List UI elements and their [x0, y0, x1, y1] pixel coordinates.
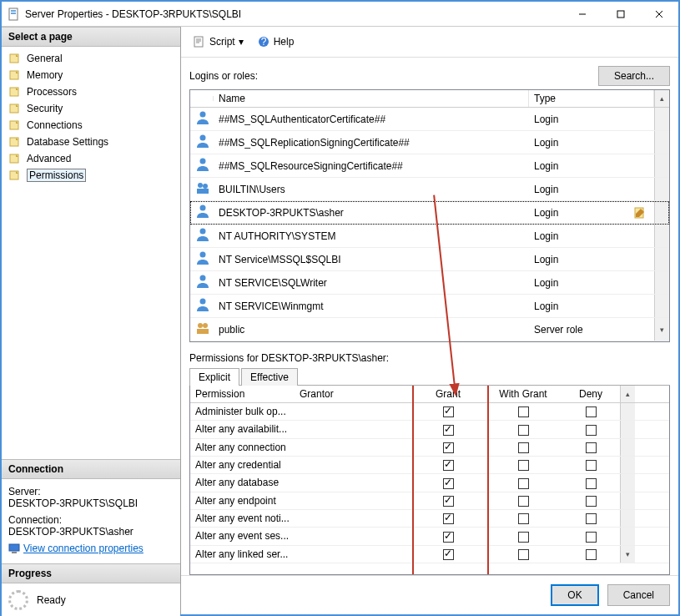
login-row[interactable]: DESKTOP-3RPUKTS\asherLogin [190, 201, 669, 225]
page-icon [8, 52, 22, 65]
login-row[interactable]: publicServer role▾ [190, 318, 669, 341]
tab-effective[interactable]: Effective [241, 368, 298, 386]
checkbox[interactable] [443, 478, 454, 489]
checkbox[interactable] [443, 532, 454, 543]
permission-row[interactable]: Alter any endpoint [190, 492, 669, 510]
logins-grid: Name Type ▴ ##MS_SQLAuthenticatorCertifi… [189, 89, 670, 342]
checkbox[interactable] [586, 425, 597, 436]
chevron-down-icon: ▾ [239, 36, 244, 48]
checkbox[interactable] [443, 549, 454, 560]
login-name: DESKTOP-3RPUKTS\asher [214, 204, 529, 221]
logins-header-type[interactable]: Type [529, 90, 654, 107]
dialog-footer: OK Cancel [181, 575, 678, 614]
permission-row[interactable]: Alter any linked ser...▾ [190, 546, 669, 563]
svg-rect-2 [11, 13, 16, 14]
checkbox[interactable] [443, 496, 454, 507]
checkbox[interactable] [586, 442, 597, 453]
perm-header-permission[interactable]: Permission [190, 386, 295, 402]
view-connection-properties-link[interactable]: View connection properties [8, 543, 144, 554]
login-row[interactable]: BUILTIN\UsersLogin [190, 178, 669, 201]
svg-point-20 [200, 112, 206, 118]
svg-point-29 [200, 252, 206, 258]
logins-header-name[interactable]: Name [214, 90, 529, 107]
permission-name: Alter any database [190, 474, 295, 491]
svg-point-26 [200, 205, 206, 211]
checkbox[interactable] [518, 532, 529, 543]
perm-header-deny[interactable]: Deny [562, 386, 620, 402]
page-item-memory[interactable]: Memory [2, 67, 180, 83]
svg-point-32 [198, 323, 203, 328]
permission-grant-cell [411, 474, 485, 491]
checkbox[interactable] [586, 478, 597, 489]
checkbox[interactable] [586, 460, 597, 471]
scroll-down-icon[interactable]: ▾ [620, 546, 635, 563]
cancel-button[interactable]: Cancel [607, 584, 670, 606]
login-row[interactable]: NT SERVICE\SQLWriterLogin [190, 271, 669, 295]
page-item-label: Database Settings [27, 136, 108, 148]
permission-row[interactable]: Alter any event noti... [190, 510, 669, 528]
maximize-button[interactable] [602, 2, 640, 27]
checkbox[interactable] [586, 513, 597, 524]
login-icon [190, 154, 214, 177]
permission-row[interactable]: Alter any connection [190, 439, 669, 457]
page-item-advanced[interactable]: Advanced [2, 150, 180, 167]
permission-row[interactable]: Alter any database [190, 474, 669, 492]
page-item-security[interactable]: Security [2, 100, 180, 117]
permission-row[interactable]: Alter any credential [190, 457, 669, 474]
checkbox[interactable] [518, 425, 529, 436]
help-button[interactable]: ? Help [254, 33, 298, 50]
login-type: Login [529, 181, 654, 198]
login-row[interactable]: ##MS_SQLResourceSigningCertificate##Logi… [190, 154, 669, 178]
permission-withgrant-cell [485, 457, 562, 473]
checkbox[interactable] [518, 460, 529, 471]
perm-header-with-grant[interactable]: With Grant [485, 386, 562, 402]
permission-row[interactable]: Alter any event ses... [190, 528, 669, 545]
permission-grant-cell [411, 528, 485, 544]
login-type: Login [529, 298, 654, 315]
login-row[interactable]: ##MS_SQLReplicationSigningCertificate##L… [190, 131, 669, 154]
minimize-button[interactable] [563, 2, 602, 27]
perm-header-grant[interactable]: Grant [411, 386, 485, 402]
page-item-general[interactable]: General [2, 50, 180, 67]
checkbox[interactable] [518, 406, 529, 417]
login-icon [190, 178, 214, 200]
page-item-processors[interactable]: Processors [2, 83, 180, 100]
checkbox[interactable] [518, 442, 529, 453]
login-row[interactable]: NT Service\MSSQL$SQLBILogin [190, 248, 669, 271]
checkbox[interactable] [443, 425, 454, 436]
scroll-up-icon[interactable]: ▴ [620, 386, 635, 402]
login-row[interactable]: ##MS_SQLAuthenticatorCertificate##Login [190, 108, 669, 131]
checkbox[interactable] [518, 478, 529, 489]
checkbox[interactable] [586, 549, 597, 560]
svg-rect-1 [11, 10, 16, 12]
close-button[interactable] [640, 2, 678, 27]
ok-button[interactable]: OK [551, 584, 598, 606]
script-button[interactable]: Script ▾ [189, 33, 247, 50]
perm-header-grantor[interactable]: Grantor [295, 386, 411, 402]
checkbox[interactable] [586, 496, 597, 507]
permissions-for-label: Permissions for DESKTOP-3RPUKTS\asher: [189, 352, 670, 364]
permission-row[interactable]: Alter any availabilit... [190, 421, 669, 438]
checkbox[interactable] [443, 442, 454, 453]
page-item-permissions[interactable]: Permissions [2, 167, 180, 184]
checkbox[interactable] [443, 513, 454, 524]
login-row[interactable]: NT SERVICE\WinmgmtLogin [190, 295, 669, 318]
scroll-down-icon[interactable]: ▾ [654, 318, 669, 341]
checkbox[interactable] [518, 513, 529, 524]
search-button[interactable]: Search... [598, 66, 670, 86]
page-item-database-settings[interactable]: Database Settings [2, 134, 180, 150]
page-icon [8, 169, 22, 182]
page-item-connections[interactable]: Connections [2, 117, 180, 134]
progress-block: Ready [2, 583, 180, 616]
checkbox[interactable] [443, 460, 454, 471]
checkbox[interactable] [518, 549, 529, 560]
checkbox[interactable] [518, 496, 529, 507]
permission-deny-cell [562, 421, 620, 437]
scroll-up-icon[interactable]: ▴ [654, 90, 669, 107]
tab-explicit[interactable]: Explicit [189, 368, 239, 386]
checkbox[interactable] [443, 406, 454, 417]
checkbox[interactable] [586, 532, 597, 543]
checkbox[interactable] [586, 406, 597, 417]
permission-row[interactable]: Administer bulk op... [190, 403, 669, 421]
login-row[interactable]: NT AUTHORITY\SYSTEMLogin [190, 225, 669, 248]
